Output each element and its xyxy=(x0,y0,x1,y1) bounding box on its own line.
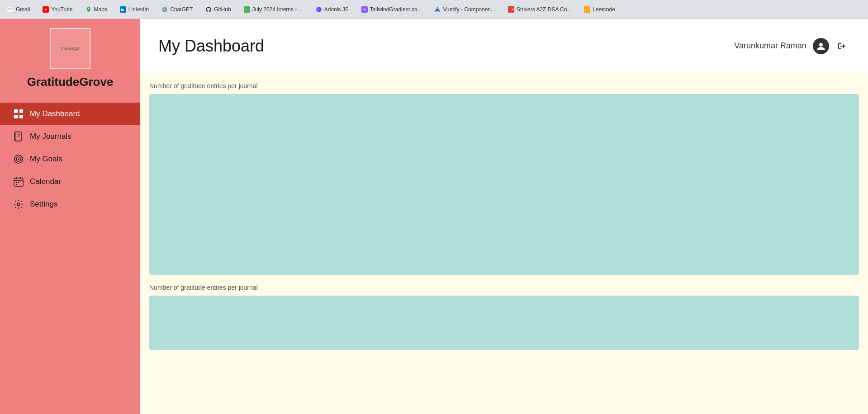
nav-item-calendar[interactable]: Calendar xyxy=(0,170,140,193)
nav-item-journals[interactable]: My Journals xyxy=(0,125,140,148)
svg-text:TW: TW xyxy=(363,8,366,11)
gear-icon xyxy=(14,199,24,209)
chart2-label: Number of gratitude entries per journal xyxy=(149,284,859,291)
user-avatar-icon[interactable] xyxy=(813,38,829,54)
sidebar: main-logo GratitudeGrove My Dashboard xyxy=(0,19,140,414)
logo-image: main-logo xyxy=(61,46,79,51)
svg-point-38 xyxy=(819,43,823,47)
grid-icon xyxy=(14,109,24,119)
chart1-placeholder xyxy=(149,94,859,275)
svg-text:in: in xyxy=(121,8,124,12)
nav-label-calendar: Calendar xyxy=(30,177,61,186)
tab-maps[interactable]: Maps xyxy=(82,5,111,14)
username-label: Varunkumar Raman xyxy=(734,41,806,51)
tab-youtube[interactable]: YouTube xyxy=(39,5,76,14)
tab-july[interactable]: J July 2024 Interns - ... xyxy=(240,5,307,14)
svg-rect-22 xyxy=(19,115,23,118)
svg-rect-19 xyxy=(14,109,18,113)
nav-menu: My Dashboard My Journals xyxy=(0,103,140,216)
page-title: My Dashboard xyxy=(158,37,264,56)
svg-rect-36 xyxy=(16,184,17,185)
svg-rect-20 xyxy=(19,109,23,113)
tab-gmail[interactable]: Gmail xyxy=(4,5,33,14)
calendar-icon xyxy=(14,177,24,187)
chart-section-2: Number of gratitude entries per journal xyxy=(149,284,859,350)
app-container: main-logo GratitudeGrove My Dashboard xyxy=(0,19,868,414)
svg-point-37 xyxy=(17,203,20,206)
logo-box: main-logo xyxy=(50,28,90,69)
target-icon xyxy=(14,154,24,164)
svg-text:A: A xyxy=(318,8,319,11)
svg-point-29 xyxy=(18,159,19,160)
svg-rect-34 xyxy=(16,182,17,183)
svg-text:J: J xyxy=(245,8,247,11)
nav-item-goals[interactable]: My Goals xyxy=(0,148,140,170)
nav-label-settings: Settings xyxy=(30,200,57,209)
app-title: GratitudeGrove xyxy=(27,75,114,89)
book-icon xyxy=(14,132,24,141)
tab-chatgpt[interactable]: AI ChatGPT xyxy=(158,5,196,14)
tab-github[interactable]: GitHub xyxy=(202,5,234,14)
nav-label-dashboard: My Dashboard xyxy=(30,109,80,118)
chart-section-1: Number of gratitude entries per journal xyxy=(149,82,859,275)
svg-rect-35 xyxy=(18,182,19,183)
svg-text:AI: AI xyxy=(163,8,166,11)
tab-strivers[interactable]: TUF Strivers A2Z DSA Co... xyxy=(504,5,575,14)
svg-text:TUF: TUF xyxy=(509,8,514,11)
main-content: My Dashboard Varunkumar Raman xyxy=(140,19,868,414)
dashboard-area[interactable]: Number of gratitude entries per journal … xyxy=(140,73,868,414)
user-section: Varunkumar Raman xyxy=(734,38,850,54)
nav-label-journals: My Journals xyxy=(30,132,71,141)
browser-tab-bar: Gmail YouTube Maps in LinkedIn AI ChatGP… xyxy=(0,0,868,19)
svg-rect-7 xyxy=(244,6,250,13)
svg-text:LC: LC xyxy=(585,8,588,11)
tab-leetcode[interactable]: LC Leetcode xyxy=(580,5,618,14)
tab-tailwind[interactable]: TW TailwindGradient.co... xyxy=(358,5,426,14)
svg-rect-23 xyxy=(15,132,21,141)
chart1-label: Number of gratitude entries per journal xyxy=(149,82,859,89)
tab-adonis[interactable]: A Adonis JS xyxy=(312,5,352,14)
tab-linkedin[interactable]: in LinkedIn xyxy=(116,5,152,14)
nav-item-dashboard[interactable]: My Dashboard xyxy=(0,103,140,125)
top-bar: My Dashboard Varunkumar Raman xyxy=(140,19,868,73)
tab-vuetify[interactable]: Vuetify - Componen... xyxy=(431,5,499,14)
logout-icon[interactable] xyxy=(835,39,850,53)
nav-item-settings[interactable]: Settings xyxy=(0,193,140,216)
nav-label-goals: My Goals xyxy=(30,155,62,164)
chart2-placeholder xyxy=(149,296,859,350)
svg-rect-21 xyxy=(14,115,18,118)
